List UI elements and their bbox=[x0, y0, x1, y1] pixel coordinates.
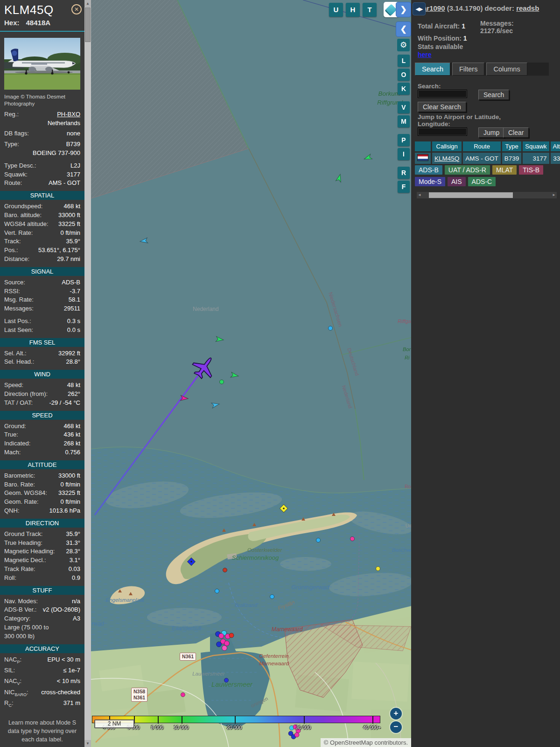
data-row: Baro. altitude:33000 ft bbox=[4, 211, 80, 220]
aircraft-marker[interactable] bbox=[376, 567, 380, 571]
filter-chip-uat[interactable]: UAT / ADS-R bbox=[445, 165, 490, 175]
aircraft-info-rows: Reg.:PH-BXONetherlandsDB flags:noneType:… bbox=[4, 110, 80, 188]
data-row: BOEING 737-900 bbox=[4, 149, 80, 158]
zoom-in-button[interactable]: + bbox=[390, 708, 402, 719]
stats-available: Stats available bbox=[418, 43, 463, 50]
map-attribution: © OpenStreetMap contributors. bbox=[321, 738, 411, 747]
col-type[interactable]: Type bbox=[502, 141, 522, 151]
aircraft-marker[interactable] bbox=[270, 595, 274, 599]
clear-search-button[interactable]: Clear Search bbox=[418, 102, 466, 112]
aircraft-marker[interactable] bbox=[223, 568, 227, 572]
aircraft-marker[interactable] bbox=[329, 326, 333, 331]
col-callsign[interactable]: Callsign bbox=[432, 141, 462, 151]
pan-right-icon[interactable]: ❯ bbox=[396, 2, 411, 17]
svg-text:Bor: Bor bbox=[403, 346, 411, 352]
aircraft-marker[interactable] bbox=[217, 642, 222, 647]
aircraft-marker[interactable] bbox=[224, 678, 229, 683]
data-row: NACV:< 10 m/s bbox=[4, 677, 80, 688]
map-button-k[interactable]: K bbox=[398, 83, 410, 95]
map-button-m[interactable]: M bbox=[398, 115, 410, 127]
filter-chip-ais[interactable]: AIS bbox=[448, 177, 466, 186]
aircraft-marker[interactable] bbox=[294, 733, 299, 737]
clear-button[interactable]: Clear bbox=[503, 127, 529, 138]
table-horizontal-scrollbar[interactable]: ◄ ► bbox=[417, 192, 557, 198]
data-row: 300 000 lb) bbox=[4, 632, 80, 641]
filter-chip-mlat[interactable]: MLAT bbox=[492, 165, 517, 175]
data-row: True Heading:31.3° bbox=[4, 539, 80, 548]
image-credit: Image © Thomas Desmet Photography bbox=[4, 93, 80, 107]
aircraft-marker[interactable] bbox=[219, 634, 224, 639]
aircraft-marker[interactable] bbox=[181, 693, 185, 697]
svg-text:Lauwersmeer: Lauwersmeer bbox=[192, 671, 225, 677]
col-alt[interactable]: Alt. (ft) bbox=[551, 141, 560, 151]
map-button-l[interactable]: L bbox=[398, 55, 410, 67]
zoom-out-button[interactable]: − bbox=[390, 721, 402, 733]
map-button-i[interactable]: I bbox=[398, 148, 410, 160]
stats-here-link[interactable]: here bbox=[418, 51, 432, 58]
svg-text:Oosterkwelder: Oosterkwelder bbox=[247, 547, 282, 553]
map-button-o[interactable]: O bbox=[398, 69, 410, 81]
map-svg: Borkum Riffgrund Nederland Niedersachsen… bbox=[91, 0, 411, 747]
tab-columns[interactable]: Columns bbox=[486, 63, 527, 76]
jump-input[interactable] bbox=[418, 127, 467, 136]
data-row: WGS84 altitude:33225 ft bbox=[4, 220, 80, 229]
close-icon[interactable]: ✕ bbox=[71, 4, 82, 14]
scrollbar-thumb[interactable] bbox=[85, 7, 91, 42]
sidebar-scrollbar[interactable]: ▲ ▼ bbox=[84, 0, 91, 747]
data-row: DB flags:none bbox=[4, 129, 80, 138]
map-button-v[interactable]: V bbox=[398, 101, 410, 113]
map-button-f[interactable]: F bbox=[398, 181, 410, 193]
pan-left-icon[interactable]: ❮ bbox=[396, 21, 411, 37]
scroll-left-icon[interactable]: ◄ bbox=[417, 192, 422, 198]
jump-button[interactable]: Jump bbox=[478, 127, 504, 138]
panel-tabs: Search Filters Columns bbox=[415, 63, 549, 76]
data-row: ADS-B Ver.:v2 (DO-260B) bbox=[4, 606, 80, 614]
hscrollbar-thumb[interactable] bbox=[429, 192, 513, 198]
messages-rate: 2127.6/sec bbox=[480, 27, 513, 35]
row-callsign-link[interactable]: KLM45Q bbox=[434, 155, 459, 162]
section-header-spatial: SPATIAL bbox=[0, 191, 84, 200]
gear-icon[interactable]: ⚙ bbox=[397, 39, 410, 51]
osm-link[interactable]: OpenStreetMap bbox=[330, 739, 373, 746]
section-header-wind: WIND bbox=[0, 370, 84, 379]
aircraft-marker[interactable] bbox=[350, 537, 355, 541]
search-button[interactable]: Search bbox=[478, 90, 509, 100]
filter-chip-adsc[interactable]: ADS-C bbox=[468, 177, 496, 186]
scroll-down-icon[interactable]: ▼ bbox=[84, 740, 91, 747]
table-row[interactable]: KLM45Q AMS - GOT B739 3177 33000 bbox=[415, 153, 560, 164]
map-button-h[interactable]: H bbox=[346, 3, 360, 17]
svg-text:Ro: Ro bbox=[405, 484, 411, 489]
filter-chip-adsb[interactable]: ADS-B bbox=[415, 165, 442, 175]
aircraft-marker[interactable] bbox=[222, 646, 227, 651]
aircraft-marker[interactable] bbox=[229, 633, 234, 638]
source-filter-chips: ADS-BUAT / ADS-RMLATTIS-B Mode-SAISADS-C bbox=[415, 165, 555, 189]
tab-search[interactable]: Search bbox=[415, 63, 450, 76]
data-row: True:436 kt bbox=[4, 430, 80, 439]
aircraft-marker[interactable] bbox=[220, 380, 224, 384]
tab-filters[interactable]: Filters bbox=[452, 63, 484, 76]
aircraft-detail-sidebar: KLM45Q ✕ Hex:48418A Image © Thomas Des bbox=[0, 0, 84, 747]
col-route[interactable]: Route bbox=[463, 141, 501, 151]
scroll-up-icon[interactable]: ▲ bbox=[84, 0, 91, 7]
filter-chip-modes[interactable]: Mode-S bbox=[415, 177, 445, 186]
map-button-u[interactable]: U bbox=[329, 3, 343, 17]
data-row: Direction (from):262° bbox=[4, 390, 80, 399]
aircraft-marker[interactable] bbox=[224, 641, 230, 646]
aircraft-marker[interactable] bbox=[316, 538, 321, 543]
panel-toggle-icon[interactable]: ◀▶ bbox=[413, 2, 426, 15]
map-button-p[interactable]: P bbox=[398, 134, 410, 146]
map-button-r[interactable]: R bbox=[398, 167, 410, 179]
data-row: Nav. Modes:n/a bbox=[4, 597, 80, 606]
section-wind: Speed:48 ktDirection (from):262°TAT / OA… bbox=[4, 381, 80, 407]
data-row: Sel. Alt.:32992 ft bbox=[4, 349, 80, 358]
filter-chip-tisb[interactable]: TIS-B bbox=[519, 165, 543, 175]
search-input[interactable] bbox=[418, 90, 467, 98]
col-squawk[interactable]: Squawk bbox=[523, 141, 549, 151]
map-canvas[interactable]: Borkum Riffgrund Nederland Niedersachsen… bbox=[91, 0, 411, 747]
section-header-altitude: ALTITUDE bbox=[0, 460, 84, 469]
aircraft-marker[interactable] bbox=[215, 589, 219, 593]
data-row: Messages:29511 bbox=[4, 304, 80, 313]
map-button-t[interactable]: T bbox=[363, 3, 377, 17]
scroll-right-icon[interactable]: ► bbox=[551, 192, 557, 198]
readsb-link[interactable]: readsb bbox=[516, 4, 539, 12]
